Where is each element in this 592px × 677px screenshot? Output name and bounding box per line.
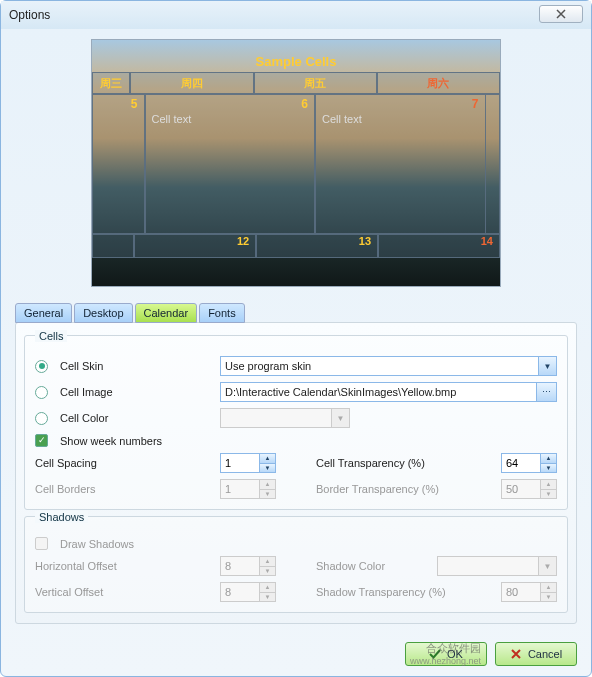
cell-borders-label: Cell Borders	[35, 483, 214, 495]
draw-shadows-checkbox[interactable]	[35, 537, 48, 550]
shadow-color-picker: ▼	[437, 556, 557, 576]
spinner-buttons: ▲▼	[259, 557, 275, 575]
button-bar: OK Cancel	[405, 642, 577, 666]
x-icon	[510, 648, 522, 660]
shadows-fieldset: Shadows Draw Shadows Horizontal Offset 8…	[24, 516, 568, 613]
tab-general[interactable]: General	[15, 303, 72, 323]
preview-foot-cell	[92, 234, 134, 258]
voffset-spinner: 8 ▲▼	[220, 582, 276, 602]
row-hoffset-color: Horizontal Offset 8 ▲▼ Shadow Color ▼	[35, 556, 557, 576]
row-cell-skin: Cell Skin Use program skin ▼	[35, 356, 557, 376]
spinner-buttons[interactable]: ▲▼	[259, 454, 275, 472]
preview-header-cell: 周六	[377, 72, 500, 94]
preview-body-cell: 7Cell text	[315, 94, 485, 234]
row-voffset-trans: Vertical Offset 8 ▲▼ Shadow Transparency…	[35, 582, 557, 602]
chevron-down-icon: ▼	[538, 557, 556, 575]
preview-title: Sample Cells	[92, 54, 500, 69]
cell-image-path[interactable]: D:\Interactive Calendar\SkinImages\Yello…	[220, 382, 557, 402]
preview-body-cell: 6Cell text	[145, 94, 315, 234]
cell-color-label: Cell Color	[60, 412, 214, 424]
cells-legend: Cells	[35, 330, 67, 342]
row-draw-shadows: Draw Shadows	[35, 537, 557, 550]
window-close-button[interactable]	[539, 5, 583, 23]
preview-foot-cell: 13	[256, 234, 378, 258]
border-trans-spinner: 50 ▲▼	[501, 479, 557, 499]
shadow-trans-spinner: 80 ▲▼	[501, 582, 557, 602]
hoffset-spinner: 8 ▲▼	[220, 556, 276, 576]
window-title: Options	[9, 8, 50, 22]
shadows-legend: Shadows	[35, 511, 88, 523]
preview-body-cell	[486, 94, 500, 234]
titlebar: Options	[1, 1, 591, 29]
row-show-week: Show week numbers	[35, 434, 557, 447]
show-week-label: Show week numbers	[60, 435, 220, 447]
spinner-buttons[interactable]: ▲▼	[540, 454, 556, 472]
cell-skin-radio[interactable]	[35, 360, 48, 373]
hoffset-label: Horizontal Offset	[35, 560, 214, 572]
ok-button[interactable]: OK	[405, 642, 487, 666]
preview-body-row: 5 6Cell text 7Cell text	[92, 94, 500, 234]
preview-header-row: 周三 周四 周五 周六	[92, 72, 500, 94]
draw-shadows-label: Draw Shadows	[60, 538, 220, 550]
preview-header-cell: 周五	[254, 72, 377, 94]
chevron-down-icon: ▼	[331, 409, 349, 427]
sample-preview: Sample Cells 周三 周四 周五 周六 5 6Cell text 7C…	[91, 39, 501, 287]
voffset-label: Vertical Offset	[35, 586, 214, 598]
spinner-buttons: ▲▼	[540, 583, 556, 601]
spinner-buttons: ▲▼	[259, 583, 275, 601]
cancel-button[interactable]: Cancel	[495, 642, 577, 666]
chevron-down-icon: ▼	[538, 357, 556, 375]
cell-image-label: Cell Image	[60, 386, 214, 398]
options-window: Options Sample Cells 周三 周四 周五 周六 5 6Cell…	[0, 0, 592, 677]
cell-trans-label: Cell Transparency (%)	[316, 457, 495, 469]
row-cell-image: Cell Image D:\Interactive Calendar\SkinI…	[35, 382, 557, 402]
cell-color-radio[interactable]	[35, 412, 48, 425]
cell-spacing-spinner[interactable]: 1 ▲▼	[220, 453, 276, 473]
cell-spacing-label: Cell Spacing	[35, 457, 214, 469]
cells-fieldset: Cells Cell Skin Use program skin ▼ Cell …	[24, 335, 568, 510]
content-area: Sample Cells 周三 周四 周五 周六 5 6Cell text 7C…	[1, 29, 591, 634]
tab-fonts[interactable]: Fonts	[199, 303, 245, 323]
cell-skin-combo[interactable]: Use program skin ▼	[220, 356, 557, 376]
preview-body-cell: 5	[92, 94, 145, 234]
close-icon	[556, 9, 566, 19]
tab-panel: Cells Cell Skin Use program skin ▼ Cell …	[15, 322, 577, 624]
cell-color-picker[interactable]: ▼	[220, 408, 350, 428]
preview-foot-row: 12 13 14	[92, 234, 500, 258]
show-week-checkbox[interactable]	[35, 434, 48, 447]
ellipsis-icon[interactable]: ⋯	[536, 383, 556, 401]
preview-foot-cell: 14	[378, 234, 500, 258]
cell-borders-spinner: 1 ▲▼	[220, 479, 276, 499]
preview-header-cell: 周三	[92, 72, 130, 94]
preview-foot-cell: 12	[134, 234, 256, 258]
border-trans-label: Border Transparency (%)	[316, 483, 495, 495]
row-borders: Cell Borders 1 ▲▼ Border Transparency (%…	[35, 479, 557, 499]
tabstrip: General Desktop Calendar Fonts	[15, 303, 577, 323]
cell-image-radio[interactable]	[35, 386, 48, 399]
tab-desktop[interactable]: Desktop	[74, 303, 132, 323]
tab-calendar[interactable]: Calendar	[135, 303, 198, 323]
row-cell-color: Cell Color ▼	[35, 408, 557, 428]
cell-trans-spinner[interactable]: 64 ▲▼	[501, 453, 557, 473]
cell-skin-label: Cell Skin	[60, 360, 214, 372]
spinner-buttons: ▲▼	[540, 480, 556, 498]
shadow-color-label: Shadow Color	[316, 560, 431, 572]
preview-header-cell: 周四	[130, 72, 253, 94]
check-icon	[429, 648, 441, 660]
row-spacing-trans: Cell Spacing 1 ▲▼ Cell Transparency (%) …	[35, 453, 557, 473]
spinner-buttons: ▲▼	[259, 480, 275, 498]
shadow-trans-label: Shadow Transparency (%)	[316, 586, 495, 598]
